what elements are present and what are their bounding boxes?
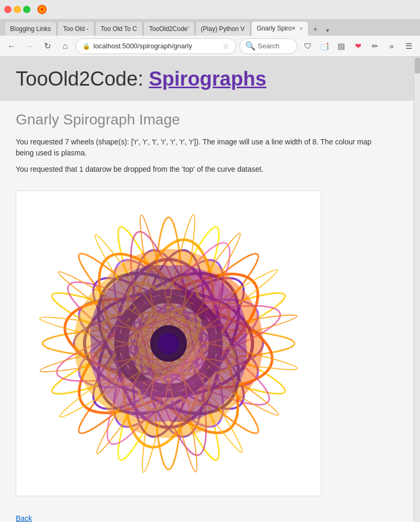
url-text: localhost:5000/spirograph/gnarly xyxy=(93,42,219,50)
info-text-1: You requested 7 wheels (shape(s): ['r', … xyxy=(16,137,383,159)
new-tab-button[interactable]: + xyxy=(309,23,322,36)
page-body: Gnarly Spirograph Image You requested 7 … xyxy=(0,101,414,522)
reader-mode-icon[interactable]: ▤ xyxy=(334,39,349,54)
lock-icon: 🔒 xyxy=(82,43,90,50)
page-content: TooOld2Code: Spirographs Gnarly Spirogra… xyxy=(0,57,414,522)
maximize-button[interactable] xyxy=(23,6,30,13)
site-name: TooOld2Code: xyxy=(16,68,143,90)
title-bar xyxy=(0,0,420,19)
menu-icon[interactable]: ☰ xyxy=(401,39,416,54)
tab-gnarly-spiro[interactable]: Gnarly Spiro× × xyxy=(251,21,309,36)
tab-label: Too Old - xyxy=(63,25,89,33)
svg-point-2 xyxy=(40,8,44,11)
tab-too-old-2[interactable]: Too Old To C xyxy=(95,21,143,36)
minimize-button[interactable] xyxy=(14,6,21,13)
pocket-icon[interactable]: ❤ xyxy=(351,39,365,54)
tab-blogging-links[interactable]: Blogging Links xyxy=(4,21,57,36)
browser-chrome: Blogging Links Too Old - Too Old To C To… xyxy=(0,0,420,57)
more-tools-icon[interactable]: » xyxy=(384,39,399,54)
search-placeholder: Search xyxy=(258,42,279,50)
nav-bar: ← → ↻ ⌂ 🔒 localhost:5000/spirograph/gnar… xyxy=(0,36,420,57)
back-link[interactable]: Back xyxy=(16,514,32,522)
close-button[interactable] xyxy=(4,6,12,13)
tab-label: Blogging Links xyxy=(10,25,51,33)
tab-label: Gnarly Spiro× xyxy=(257,25,296,32)
window-controls xyxy=(4,6,30,13)
reload-button[interactable]: ↻ xyxy=(40,39,55,54)
tab-tooold2code[interactable]: TooOld2Code' xyxy=(143,21,195,36)
address-bar[interactable]: 🔒 localhost:5000/spirograph/gnarly ☆ xyxy=(76,38,236,54)
shield-icon[interactable]: 🛡 xyxy=(300,39,315,54)
tab-label: Too Old To C xyxy=(101,25,137,33)
site-link[interactable]: Spirographs xyxy=(149,68,267,90)
tab-label: (Play) Python V xyxy=(201,25,245,33)
firefox-icon xyxy=(37,4,47,15)
page-title: TooOld2Code: Spirographs xyxy=(16,68,398,90)
scrollbar[interactable] xyxy=(414,57,420,522)
tab-dropdown-button[interactable]: ▾ xyxy=(322,25,333,36)
spirograph-image xyxy=(22,196,316,490)
home-button[interactable]: ⌂ xyxy=(58,39,72,54)
image-container xyxy=(16,191,321,496)
forward-button[interactable]: → xyxy=(22,39,37,54)
tab-label: TooOld2Code' xyxy=(149,25,189,33)
tabs-bar: Blogging Links Too Old - Too Old To C To… xyxy=(0,19,420,36)
bookmark-list-icon[interactable]: 📑 xyxy=(317,39,332,54)
info-text-2: You requested that 1 datarow be dropped … xyxy=(16,164,383,175)
back-button[interactable]: ← xyxy=(4,39,19,54)
search-bar[interactable]: 🔍 Search xyxy=(239,38,297,54)
pen-icon[interactable]: ✏ xyxy=(368,39,382,54)
tab-play-python[interactable]: (Play) Python V xyxy=(195,21,250,36)
section-heading: Gnarly Spirograph Image xyxy=(16,111,398,128)
bookmark-icon[interactable]: ☆ xyxy=(223,42,229,50)
tab-too-old-1[interactable]: Too Old - xyxy=(57,21,94,36)
scrollbar-thumb[interactable] xyxy=(415,58,420,74)
tab-close-icon[interactable]: × xyxy=(300,26,303,32)
back-link-container: Back xyxy=(16,509,398,522)
toolbar-icons: 🛡 📑 ▤ ❤ ✏ » ☰ xyxy=(300,39,416,54)
search-icon: 🔍 xyxy=(245,41,256,51)
page-header: TooOld2Code: Spirographs xyxy=(0,57,414,101)
svg-point-60 xyxy=(158,333,179,354)
